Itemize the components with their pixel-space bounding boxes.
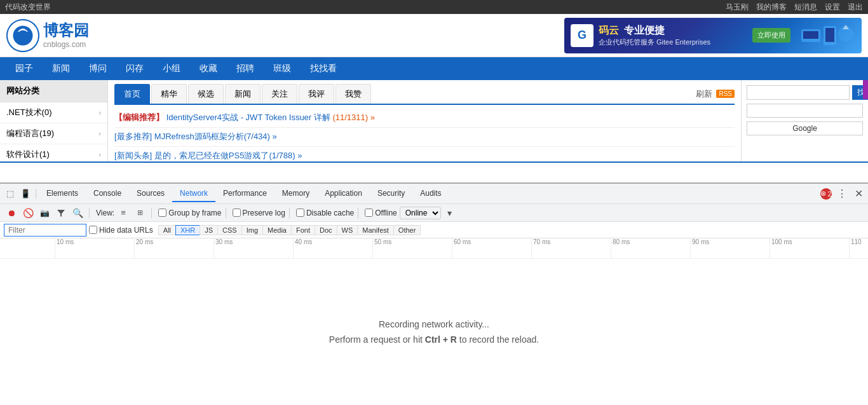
sidebar: 网站分类 .NET技术(0) › 编程语言(19) › 软件设计(1) › We… <box>0 80 108 161</box>
nav-item-group[interactable]: 小组 <box>154 59 189 78</box>
sidebar-item-dotnet[interactable]: .NET技术(0) › <box>0 102 107 123</box>
tab-homepage[interactable]: 首页 <box>114 84 150 104</box>
tab-highlight[interactable]: 精华 <box>151 84 187 104</box>
logo-area: 博客园 cnblogs.com <box>6 19 89 52</box>
svg-rect-6 <box>825 28 834 42</box>
tab-follow[interactable]: 关注 <box>262 84 297 104</box>
nav-item-collect[interactable]: 收藏 <box>191 59 226 78</box>
search-input-1[interactable] <box>747 85 850 100</box>
article-link-0[interactable]: IdentityServer4实战 - JWT Token Issuer 详解 … <box>166 113 375 122</box>
article-item-0: 【编辑推荐】 IdentityServer4实战 - JWT Token Iss… <box>114 109 735 128</box>
search-input-2[interactable] <box>747 104 863 118</box>
nav-item-recruit[interactable]: 招聘 <box>227 59 263 78</box>
top-bar-settings[interactable]: 设置 <box>825 2 840 13</box>
nav-item-news[interactable]: 新闻 <box>43 59 79 78</box>
chevron-right-icon: › <box>98 130 101 137</box>
content-wrapper: 网站分类 .NET技术(0) › 编程语言(19) › 软件设计(1) › We… <box>0 80 868 163</box>
svg-point-0 <box>6 19 39 52</box>
top-bar: 代码改变世界 马玉刚 我的博客 短消息 设置 退出 <box>0 0 868 14</box>
tab-review[interactable]: 我评 <box>299 84 334 104</box>
chevron-right-icon: › <box>98 151 101 158</box>
refresh-area: 刷新 RSS <box>696 88 735 100</box>
logo-main-text[interactable]: 博客园 <box>43 22 89 40</box>
nav-item-search[interactable]: 找找看 <box>301 59 346 78</box>
right-sidebar: 找找看 Google <box>741 80 868 161</box>
nav-item-bowenu[interactable]: 博问 <box>80 59 116 78</box>
nav: 园子 新闻 博问 闪存 小组 收藏 招聘 班级 找找看 <box>0 57 868 80</box>
svg-point-2 <box>18 31 28 41</box>
top-bar-links: 马玉刚 我的博客 短消息 设置 退出 <box>726 2 863 13</box>
svg-rect-4 <box>803 31 818 39</box>
ad-text: 码云 专业便捷 企业代码托管服务 Gitee Enterprises <box>599 24 710 47</box>
tab-candidate[interactable]: 候选 <box>188 84 224 104</box>
article-tabs: 首页 精华 候选 新闻 关注 我评 我赞 刷新 RSS <box>114 84 735 105</box>
logo-text: 博客园 cnblogs.com <box>43 22 89 49</box>
article-link-2[interactable]: [新闻头条] 是的，索尼已经在做PS5游戏了(1/788) » <box>114 151 302 160</box>
refresh-button[interactable]: 刷新 <box>696 88 712 100</box>
logo-sub-text: cnblogs.com <box>43 40 89 49</box>
search-row-1: 找找看 <box>747 85 863 100</box>
nav-item-flashmem[interactable]: 闪存 <box>117 59 153 78</box>
tab-praise[interactable]: 我赞 <box>336 84 371 104</box>
top-bar-myblog[interactable]: 我的博客 <box>756 2 787 13</box>
top-bar-logout[interactable]: 退出 <box>848 2 863 13</box>
google-button[interactable]: Google <box>747 121 863 135</box>
search-row-2 <box>747 104 863 118</box>
header: 博客园 cnblogs.com G 码云 专业便捷 企业代码托管服务 Gitee… <box>0 14 868 57</box>
ad-title: 码云 专业便捷 <box>599 24 710 38</box>
ad-subtitle: 企业代码托管服务 Gitee Enterprises <box>599 38 710 47</box>
site-slogan: 代码改变世界 <box>5 2 51 13</box>
sidebar-item-lang[interactable]: 编程语言(19) › <box>0 123 107 144</box>
article-link-1[interactable]: [最多推荐] MJRefresh源码框架分析(7/434) » <box>114 132 277 141</box>
article-item-2: [新闻头条] 是的，索尼已经在做PS5游戏了(1/788) » <box>114 147 735 163</box>
nav-item-yuanzi[interactable]: 园子 <box>6 59 42 78</box>
article-area: 首页 精华 候选 新闻 关注 我评 我赞 刷新 RSS 【编辑推荐】 Ident… <box>108 80 741 161</box>
ad-button[interactable]: 立即使用 <box>752 28 790 43</box>
sidebar-item-design[interactable]: 软件设计(1) › <box>0 144 107 163</box>
article-item-1: [最多推荐] MJRefresh源码框架分析(7/434) » <box>114 128 735 147</box>
ad-g-logo: G <box>571 24 593 47</box>
tab-news[interactable]: 新闻 <box>225 84 261 104</box>
rss-badge[interactable]: RSS <box>716 90 735 98</box>
top-bar-user[interactable]: 马玉刚 <box>726 2 749 13</box>
nav-item-class[interactable]: 班级 <box>264 59 300 78</box>
sidebar-title: 网站分类 <box>0 80 107 102</box>
chevron-right-icon: › <box>98 109 101 116</box>
logo-icon <box>6 19 39 52</box>
ad-illustration <box>798 20 855 51</box>
top-bar-messages[interactable]: 短消息 <box>794 2 817 13</box>
ad-banner[interactable]: G 码云 专业便捷 企业代码托管服务 Gitee Enterprises 立即使… <box>564 18 862 53</box>
svg-point-1 <box>11 24 34 47</box>
purple-scroll-bar <box>863 80 868 99</box>
